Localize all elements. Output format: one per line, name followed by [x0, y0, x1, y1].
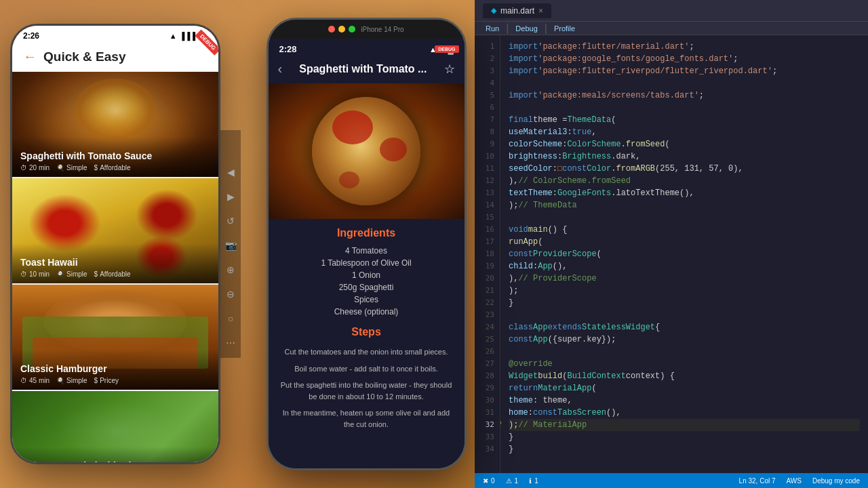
toolbar-more-icon[interactable]: ⋯ [223, 335, 238, 351]
phone-toolbar: ◀ ▶ ↺ 📷 ⊕ ⊖ ○ ⋯ [220, 130, 241, 358]
toolbar-back-icon[interactable]: ◀ [224, 164, 237, 180]
recipe-list[interactable]: Spaghetti with Tomato Sauce ⏱ 20 min 🍳 S… [12, 72, 218, 462]
code-line-2: import 'package:google_fonts/google_font… [509, 53, 860, 65]
editor-tab-main[interactable]: ◆ main.dart × [483, 3, 551, 18]
line-number-27: 27 [475, 358, 500, 370]
ingredient-3: 250g Spaghetti [278, 281, 455, 293]
signal-icon: ▐▐▐ [180, 32, 195, 40]
code-line-5: import 'package:meals/screens/tabs.dart'… [509, 89, 860, 102]
ingredient-4: Spices [278, 293, 455, 306]
center-phone-screen: DEBUG 2:28 ▲ ● ▓ ‹ Spaghetti with Tomato… [269, 39, 465, 468]
code-line-10: brightness: Brightness.dark, [509, 150, 860, 163]
line-number-19: 19 [475, 260, 500, 272]
left-status-bar: 2:26 ▲ ▐▐▐ 🔋 [12, 26, 218, 43]
ingredients-title: Ingredients [278, 219, 455, 245]
code-line-1: import 'package:flutter/material.dart'; [509, 41, 860, 53]
chef-icon: 🍳 [56, 164, 64, 171]
toolbar-circle-icon[interactable]: ○ [225, 310, 236, 327]
error-icon: ✖ [483, 477, 488, 485]
back-button[interactable]: ← [23, 49, 37, 64]
code-line-14: ); // ThemeData [509, 199, 860, 211]
recipe-card-asparagus[interactable]: Asparagus Salad with Cherry [12, 391, 218, 462]
steps-title: Steps [278, 318, 455, 344]
recipe-card-toast[interactable]: Toast Hawaii ⏱ 10 min 🍳 Simple [12, 178, 218, 283]
line-number-14: 14 [475, 199, 500, 211]
code-line-20: ), // ProviderScope [509, 272, 860, 285]
center-favorite-button[interactable]: ☆ [444, 62, 455, 77]
minimize-button[interactable] [338, 26, 345, 33]
code-line-32: 💡 ); // MaterialApp [509, 419, 860, 431]
code-line-4 [509, 77, 860, 89]
editor-titlebar: ◆ main.dart × [475, 0, 868, 22]
line-number-24: 24 [475, 321, 500, 333]
code-editor: ◆ main.dart × Run | Debug | Profile 1234… [475, 0, 868, 488]
footer-infos[interactable]: ℹ 1 [529, 477, 538, 485]
center-back-button[interactable]: ‹ [278, 61, 283, 77]
line-number-21: 21 [475, 285, 500, 297]
line-numbers: 1234567891011121314151617181920212223242… [475, 35, 500, 473]
line-number-12: 12 [475, 175, 500, 187]
toolbar-forward-icon[interactable]: ▶ [224, 188, 237, 205]
code-line-24: class App extends StatelessWidget { [509, 321, 860, 333]
toolbar-zoom-out-icon[interactable]: ⊖ [224, 286, 237, 302]
code-line-29: return MaterialApp( [509, 382, 860, 394]
dart-icon: ◆ [491, 6, 496, 15]
line-number-28: 28 [475, 370, 500, 382]
line-number-18: 18 [475, 248, 500, 260]
hero-img-bg [269, 83, 465, 219]
meta-time-spaghetti: ⏱ 20 min [20, 164, 50, 171]
chef-icon-toast: 🍳 [56, 270, 64, 278]
close-button[interactable] [328, 26, 335, 33]
code-line-26 [509, 346, 860, 358]
line-number-30: 30 [475, 394, 500, 407]
ingredient-0: 4 Tomatoes [278, 245, 455, 257]
maximize-button[interactable] [349, 26, 355, 33]
line-number-20: 20 [475, 272, 500, 285]
code-line-13: textTheme: GoogleFonts.latoTextTheme(), [509, 187, 860, 199]
center-titlebar-label: iPhone 14 Pro [361, 26, 403, 33]
line-number-13: 13 [475, 187, 500, 199]
bulb-icon[interactable]: 💡 [500, 419, 503, 431]
recipe-card-burger[interactable]: Classic Hamburger ⏱ 45 min 🍳 Simple [12, 285, 218, 390]
steps-list: Cut the tomatoes and the onion into smal… [278, 344, 455, 432]
footer-errors[interactable]: ✖ 0 [483, 477, 495, 485]
footer-warnings[interactable]: ⚠ 1 [506, 477, 519, 485]
footer-debug-label[interactable]: Debug my code [812, 477, 860, 485]
recipe-card-title-spaghetti: Spaghetti with Tomato Sauce [20, 150, 210, 161]
code-line-19: child: App(), [509, 260, 860, 272]
recipe-card-spaghetti[interactable]: Spaghetti with Tomato Sauce ⏱ 20 min 🍳 S… [12, 72, 218, 177]
toolbar-rotate-icon[interactable]: ↺ [224, 213, 237, 229]
clock-icon-toast: ⏱ [20, 270, 27, 278]
clock-icon: ⏱ [20, 164, 27, 171]
code-line-12: ), // ColorScheme.fromSeed [509, 175, 860, 187]
line-number-5: 5 [475, 89, 500, 102]
line-number-3: 3 [475, 65, 500, 77]
recipe-hero-image [269, 83, 465, 219]
profile-button[interactable]: Profile [554, 24, 575, 33]
center-status-time: 2:28 [279, 44, 297, 54]
code-line-16: void main() { [509, 224, 860, 236]
debug-button[interactable]: Debug [515, 24, 537, 33]
tab-close-button[interactable]: × [538, 6, 543, 16]
toolbar-zoom-in-icon[interactable]: ⊕ [224, 262, 237, 278]
price-icon: $ [94, 164, 98, 171]
recipe-card-meta-spaghetti: ⏱ 20 min 🍳 Simple $ Affordable [20, 164, 210, 171]
left-phone-screen: 2:26 ▲ ▐▐▐ 🔋 ← Quick & Easy [12, 26, 218, 462]
line-number-34: 34 [475, 443, 500, 455]
step-2: Put the spaghetti into the boiling water… [278, 377, 455, 405]
code-area[interactable]: import 'package:flutter/material.dart';i… [500, 35, 868, 473]
ingredient-1: 1 Tablespoon of Olive Oil [278, 257, 455, 269]
left-header: ← Quick & Easy [12, 43, 218, 72]
line-number-11: 11 [475, 163, 500, 175]
line-number-22: 22 [475, 297, 500, 309]
recipe-content[interactable]: Ingredients 4 Tomatoes 1 Tablespoon of O… [269, 219, 465, 468]
step-3: In the meantime, heaten up some olive oi… [278, 405, 455, 432]
line-number-23: 23 [475, 309, 500, 321]
price-icon-toast: $ [94, 270, 98, 278]
run-button[interactable]: Run [486, 24, 499, 33]
footer-branch[interactable]: AWS [787, 477, 802, 485]
code-line-9: colorScheme: ColorScheme.fromSeed( [509, 138, 860, 150]
code-line-11: seedColor: □const Color.fromARGB(255, 13… [509, 163, 860, 175]
tab-label: main.dart [500, 6, 534, 16]
toolbar-screenshot-icon[interactable]: 📷 [222, 237, 239, 253]
